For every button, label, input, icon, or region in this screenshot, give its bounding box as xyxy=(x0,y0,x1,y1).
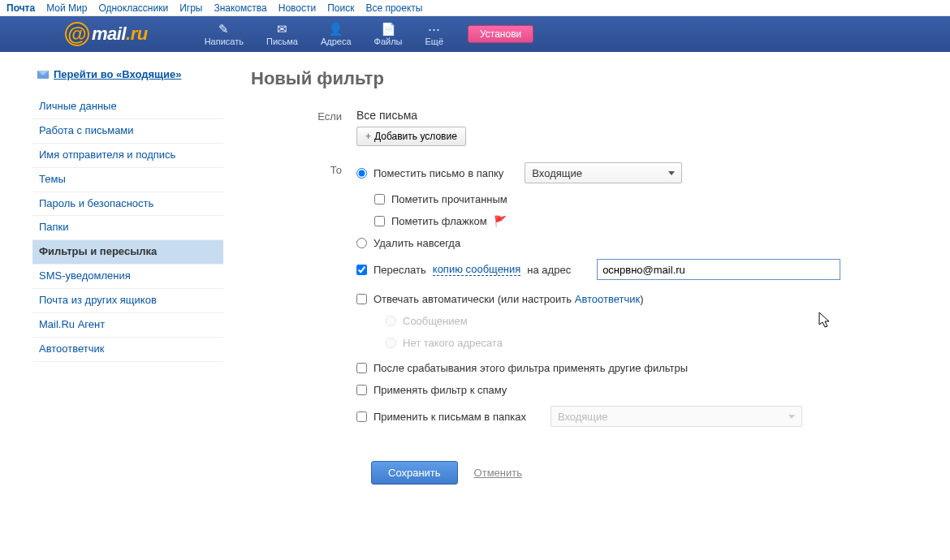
delete-radio[interactable] xyxy=(356,238,367,248)
autoreply-msg-label: Сообщением xyxy=(403,315,468,327)
cancel-link[interactable]: Отменить xyxy=(474,467,522,479)
folder-select[interactable]: Входящие xyxy=(525,162,682,183)
sidebar-item-sms[interactable]: SMS-уведомления xyxy=(32,265,223,289)
top-nav: Почта Мой Мир Одноклассники Игры Знакомс… xyxy=(0,0,950,16)
forward-suffix: на адрес xyxy=(527,264,571,276)
forward-copy-link[interactable]: копию сообщения xyxy=(433,263,521,276)
sidebar-item-external[interactable]: Почта из других ящиков xyxy=(32,289,223,313)
save-button[interactable]: Сохранить xyxy=(371,461,458,485)
sidebar-item-agent[interactable]: Mail.Ru Агент xyxy=(32,313,223,338)
apply-spam-checkbox[interactable] xyxy=(356,385,367,395)
flag-icon: 🚩 xyxy=(494,215,507,227)
sidebar-item-autoreply[interactable]: Автоответчик xyxy=(32,338,223,362)
autoreply-noaddr-radio xyxy=(386,338,396,348)
if-label: Если xyxy=(251,109,356,146)
forward-email-input[interactable] xyxy=(597,259,840,280)
at-icon: @ xyxy=(65,22,89,46)
pencil-icon: ✎ xyxy=(218,22,229,37)
goto-inbox-link[interactable]: Перейти во «Входящие» xyxy=(54,68,181,80)
header-nav: ✎Написать ✉Письма 👤Адреса 📄Файлы ⋯Ещё xyxy=(205,22,443,46)
sidebar-item-filters[interactable]: Фильтры и пересылка xyxy=(32,240,223,265)
goto-inbox[interactable]: Перейти во «Входящие» xyxy=(32,68,223,80)
mark-flag-checkbox[interactable] xyxy=(374,216,385,226)
page-title: Новый фильтр xyxy=(251,68,918,89)
header: @ mail.ru ✎Написать ✉Письма 👤Адреса 📄Фай… xyxy=(0,16,950,52)
all-letters-text: Все письма xyxy=(356,109,918,122)
autoreply-noaddr-label: Нет такого адресата xyxy=(403,337,503,349)
sidebar-item-sender[interactable]: Имя отправителя и подпись xyxy=(32,144,223,168)
autoreply-label: Отвечать автоматически (или настроить Ав… xyxy=(374,293,644,305)
autoreply-link[interactable]: Автоответчик xyxy=(575,293,640,305)
main-content: Новый фильтр Если Все письма Добавить ус… xyxy=(223,68,950,485)
logo-text: mail.ru xyxy=(92,24,148,45)
add-condition-button[interactable]: Добавить условие xyxy=(356,127,466,146)
apply-spam-label: Применять фильтр к спаму xyxy=(374,384,507,396)
delete-label: Удалить навсегда xyxy=(374,237,460,249)
topnav-link[interactable]: Игры xyxy=(179,2,202,14)
sidebar: Перейти во «Входящие» Личные данные Рабо… xyxy=(32,68,223,485)
sidebar-item-messages[interactable]: Работа с письмами xyxy=(32,119,223,144)
person-icon: 👤 xyxy=(328,22,343,37)
place-folder-radio[interactable] xyxy=(356,168,367,179)
topnav-link[interactable]: Знакомства xyxy=(214,2,266,14)
mark-flag-label: Пометить флажком xyxy=(391,215,487,227)
envelope-icon xyxy=(37,71,49,79)
after-filter-label: После срабатывания этого фильтра применя… xyxy=(374,362,688,374)
nav-contacts[interactable]: 👤Адреса xyxy=(321,22,352,46)
topnav-link[interactable]: Одноклассники xyxy=(98,2,168,14)
mail-icon: ✉ xyxy=(277,22,287,37)
logo[interactable]: @ mail.ru xyxy=(65,22,148,46)
apply-folders-label: Применить к письмам в папках xyxy=(374,411,526,423)
topnav-link[interactable]: Поиск xyxy=(327,2,354,14)
autoreply-checkbox[interactable] xyxy=(356,294,367,304)
autoreply-msg-radio xyxy=(386,316,396,326)
sidebar-item-folders[interactable]: Папки xyxy=(32,216,223,240)
sidebar-item-themes[interactable]: Темы xyxy=(32,168,223,192)
install-button[interactable]: Установи xyxy=(468,25,533,43)
nav-files[interactable]: 📄Файлы xyxy=(374,22,403,46)
dots-icon: ⋯ xyxy=(428,22,440,37)
topnav-link[interactable]: Почта xyxy=(6,2,35,14)
sidebar-menu: Личные данные Работа с письмами Имя отпр… xyxy=(32,95,223,362)
after-filter-checkbox[interactable] xyxy=(356,363,367,373)
chevron-down-icon xyxy=(788,415,795,419)
place-folder-label: Поместить письмо в папку xyxy=(374,167,503,179)
topnav-link[interactable]: Мой Мир xyxy=(46,2,87,14)
nav-compose[interactable]: ✎Написать xyxy=(205,22,244,46)
topnav-link[interactable]: Новости xyxy=(279,2,316,14)
sidebar-item-personal[interactable]: Личные данные xyxy=(32,95,223,119)
sidebar-item-security[interactable]: Пароль и безопасность xyxy=(32,192,223,217)
topnav-link[interactable]: Все проекты xyxy=(365,2,422,14)
nav-more[interactable]: ⋯Ещё xyxy=(425,22,444,46)
apply-folders-checkbox[interactable] xyxy=(356,411,367,422)
chevron-down-icon xyxy=(668,171,675,175)
forward-label: Переслать xyxy=(374,264,426,276)
forward-checkbox[interactable] xyxy=(356,265,367,275)
mark-read-checkbox[interactable] xyxy=(374,194,385,205)
file-icon: 📄 xyxy=(381,22,396,37)
then-label: То xyxy=(251,162,356,437)
mark-read-label: Пометить прочитанным xyxy=(391,193,507,205)
apply-folders-select: Входящие xyxy=(551,406,802,427)
nav-mail[interactable]: ✉Письма xyxy=(266,22,298,46)
